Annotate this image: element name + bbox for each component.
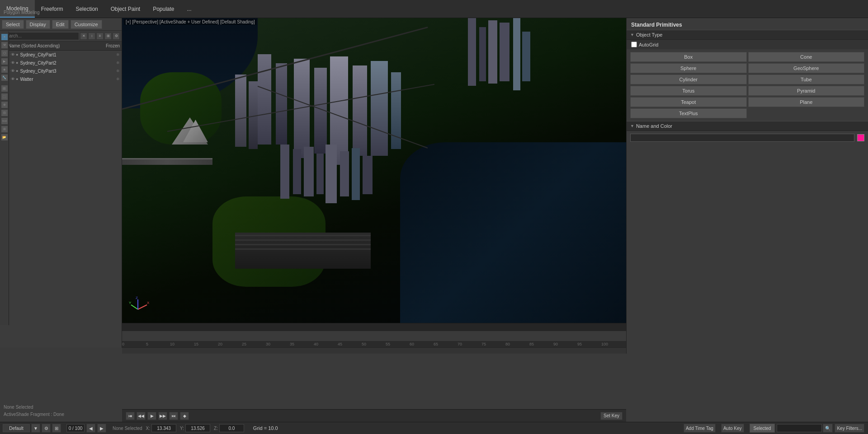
layer-icon[interactable]: ⬚ [1, 93, 8, 100]
top-menu-bar: Modeling Freeform Selection Object Paint… [0, 0, 868, 18]
customize-button[interactable]: Customize [71, 20, 102, 29]
mirror-icon[interactable]: ⟺ [1, 117, 8, 125]
display-icon[interactable]: ◈ [1, 66, 8, 73]
autogrid-checkbox[interactable] [631, 42, 637, 47]
tab-object-paint[interactable]: Object Paint [104, 0, 146, 18]
go-end-button[interactable]: ⏭ [169, 412, 178, 420]
utilities-icon[interactable]: 🔧 [1, 74, 8, 81]
selected-dropdown[interactable]: Selected [750, 424, 775, 433]
activeshade-fragment-status: ActiveShade Fragment : Done [4, 412, 64, 417]
select-button[interactable]: Select [2, 20, 24, 29]
geosphere-button[interactable]: GeoSphere [748, 63, 865, 73]
create-icon[interactable]: ✦ [1, 33, 8, 41]
left-panel: Select Display Edit Customize ✕ ↕ ≡ ⊞ ⚙ … [0, 18, 122, 348]
item-label-3: Sydney_CityPart3 [20, 69, 93, 74]
open-icon[interactable]: 📂 [1, 134, 8, 141]
main-timeline-track[interactable] [122, 347, 626, 354]
modify-icon[interactable]: ⚒ [1, 42, 8, 49]
prev-frame-button[interactable]: ◀◀ [137, 412, 146, 420]
tab-populate[interactable]: Populate [146, 0, 180, 18]
add-time-tag-button[interactable]: Add Time Tag [684, 424, 716, 433]
search-icon-btn[interactable]: 🔍 [823, 424, 833, 433]
scene-item-sydney2[interactable]: 👁 ● Sydney_CityPart2 ❄ [0, 59, 122, 67]
key-mode-button[interactable]: ◆ [180, 412, 189, 420]
layer-more-btn[interactable]: ⊞ [52, 424, 61, 433]
svg-text:Y: Y [129, 301, 132, 305]
list-view-btn[interactable]: ≡ [96, 33, 104, 40]
frame-30: 30 [266, 342, 270, 346]
z-label: Z: [214, 426, 218, 431]
obj-type-triangle: ▼ [630, 33, 634, 37]
frame-prev-btn[interactable]: ◀ [86, 424, 95, 433]
tab-selection[interactable]: Selection [69, 0, 104, 18]
pyramid-button[interactable]: Pyramid [748, 86, 865, 96]
layer-down-btn[interactable]: ▼ [31, 424, 40, 433]
scene-item-watter[interactable]: 👁 ● Watter ❄ [0, 75, 122, 83]
sort-btn[interactable]: ↕ [88, 33, 95, 40]
layer-area: Default ▼ ⚙ ⊞ [3, 424, 61, 433]
edit-button[interactable]: Edit [52, 20, 69, 29]
scene-search-input[interactable] [2, 32, 79, 40]
color-swatch[interactable] [857, 134, 864, 141]
frame-70: 70 [458, 342, 462, 346]
box-button[interactable]: Box [630, 52, 747, 62]
z-coord-group: Z: [214, 424, 244, 432]
scene-column-headers: ▲ Name (Sorted Ascending) Frozen [0, 42, 122, 51]
frozen-column-header: Frozen [93, 43, 120, 48]
cone-button[interactable]: Cone [748, 52, 865, 62]
z-field[interactable] [219, 424, 244, 432]
frame-next-btn[interactable]: ▶ [97, 424, 106, 433]
auto-key-button[interactable]: Auto Key [721, 424, 744, 433]
tube-button[interactable]: Tube [748, 75, 865, 84]
frame-35: 35 [290, 342, 294, 346]
play-button[interactable]: ▶ [147, 412, 156, 420]
y-field[interactable] [185, 424, 210, 432]
key-filters-button[interactable]: Key Filters... [835, 424, 864, 433]
name-column-header: Name (Sorted Ascending) [8, 43, 60, 48]
grid-view-btn[interactable]: ⊞ [104, 33, 112, 40]
go-start-button[interactable]: ⏮ [126, 412, 135, 420]
motion-icon[interactable]: ▶ [1, 58, 8, 65]
torus-button[interactable]: Torus [630, 86, 747, 96]
align-icon[interactable]: ⊟ [1, 109, 8, 117]
hierarchy-icon[interactable]: ⬡ [1, 50, 8, 57]
cylinder-button[interactable]: Cylinder [630, 75, 747, 84]
frame-95: 95 [577, 342, 582, 346]
frozen-icon-3: ❄ [93, 69, 120, 73]
frame-15: 15 [194, 342, 198, 346]
scene-item-sydney1[interactable]: 👁 ● Sydney_CityPart1 ❄ [0, 51, 122, 59]
name-color-section-header[interactable]: ▼ Name and Color [627, 121, 868, 131]
vb-left: Default ▼ ⚙ ⊞ 0 / 100 ◀ ▶ [0, 424, 109, 433]
search-bar[interactable] [777, 424, 822, 432]
sphere-button[interactable]: Sphere [630, 63, 747, 73]
east-buildings [468, 18, 581, 154]
filter-btn[interactable]: ✕ [80, 33, 87, 40]
array-icon[interactable]: ⊞ [1, 126, 8, 133]
svg-text:X: X [147, 301, 149, 305]
teapot-button[interactable]: Teapot [630, 97, 747, 107]
snap-icon[interactable]: ⊕ [1, 101, 8, 108]
select-filter-icon[interactable]: ▤ [1, 85, 8, 92]
scene-item-sydney3[interactable]: 👁 ● Sydney_CityPart3 ❄ [0, 67, 122, 75]
object-name-input[interactable] [630, 134, 854, 142]
set-key-button[interactable]: Set Key [600, 412, 623, 420]
layer-settings-btn[interactable]: ⚙ [42, 424, 51, 433]
frame-100: 100 [601, 342, 608, 346]
textplus-button[interactable]: TextPlus [630, 108, 747, 118]
x-field[interactable] [151, 424, 176, 432]
object-type-section-header[interactable]: ▼ Object Type [627, 30, 868, 40]
harbour-bridge [122, 158, 212, 165]
y-coord-group: Y: [180, 424, 210, 432]
tab-freeform[interactable]: Freeform [35, 0, 70, 18]
viewport[interactable]: [+] [Perspective] [ActiveShade + User De… [122, 18, 626, 323]
tab-more[interactable]: ... [181, 0, 198, 18]
settings-btn[interactable]: ⚙ [113, 33, 120, 40]
tab-modeling[interactable]: Modeling [0, 0, 35, 18]
plane-button[interactable]: Plane [748, 97, 865, 107]
viewport-status [122, 323, 626, 331]
obj-type-label: Object Type [636, 32, 663, 37]
frame-input[interactable]: 0 / 100 [66, 424, 85, 432]
next-frame-button[interactable]: ▶▶ [158, 412, 167, 420]
render-icon-2: ● [16, 61, 18, 65]
display-button[interactable]: Display [26, 20, 50, 29]
